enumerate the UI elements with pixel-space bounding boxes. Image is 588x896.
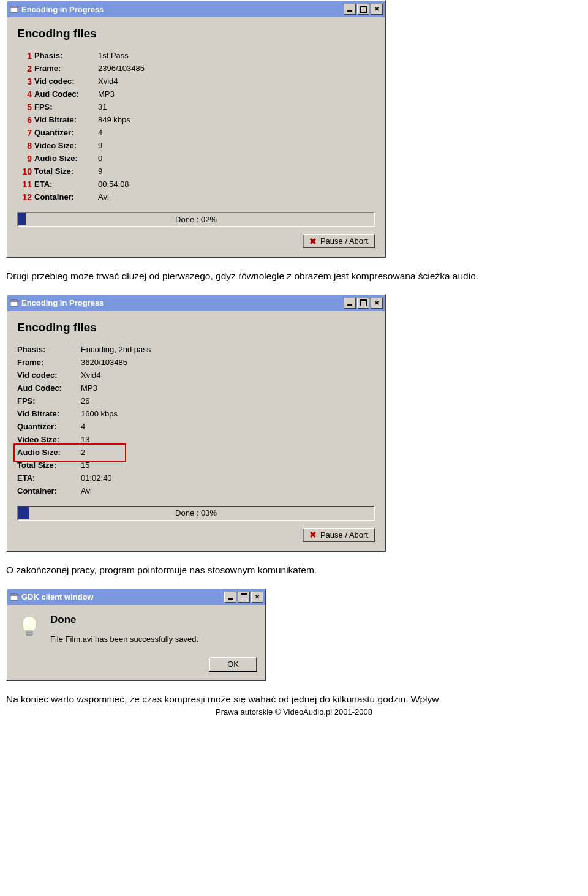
close-button[interactable]: ✕ — [371, 4, 383, 15]
row-label: Vid Bitrate: — [17, 409, 81, 418]
svg-rect-8 — [26, 631, 32, 636]
status-row: 11ETA:00:54:08 — [17, 178, 375, 190]
row-value: Encoding, 2nd pass — [81, 345, 151, 354]
status-row: Audio Size:2 — [17, 446, 375, 459]
row-label: Phasis: — [17, 345, 81, 354]
dialog-heading: Encoding files — [17, 321, 375, 334]
row-value: MP3 — [98, 89, 115, 99]
lightbulb-icon — [16, 614, 43, 641]
status-row: 6Vid Bitrate:849 kbps — [17, 113, 375, 126]
row-value: Xvid4 — [81, 371, 101, 380]
status-row: Aud Codec:MP3 — [17, 382, 375, 394]
minimize-button[interactable] — [344, 4, 356, 15]
row-value: 00:54:08 — [98, 179, 129, 189]
row-value: 9 — [98, 141, 102, 150]
row-value: 3620/103485 — [81, 358, 127, 367]
row-value: Xvid4 — [98, 77, 118, 86]
progress-text: Done : 02% — [18, 213, 374, 226]
status-row: 10Total Size:9 — [17, 165, 375, 178]
status-row: 8Video Size:9 — [17, 139, 375, 152]
paragraph-1: Drugi przebieg może trwać dłużej od pier… — [6, 270, 570, 283]
cancel-icon: ✖ — [309, 530, 317, 539]
svg-point-6 — [22, 616, 37, 632]
status-row: 12Container:Avi — [17, 190, 375, 203]
row-value: 13 — [81, 435, 89, 444]
row-label: Video Size: — [34, 141, 98, 150]
svg-point-7 — [24, 619, 29, 625]
done-dialog: GDK client window ✕ Done File Film.avi h — [6, 588, 266, 681]
app-icon — [9, 298, 19, 308]
row-label: FPS: — [34, 102, 98, 111]
row-number: 5 — [17, 102, 34, 112]
row-label: Total Size: — [17, 461, 81, 470]
row-value: 0 — [98, 154, 102, 163]
status-row: 4Aud Codec:MP3 — [17, 88, 375, 100]
row-number: 8 — [17, 141, 34, 151]
row-label: ETA: — [17, 473, 81, 483]
minimize-button[interactable] — [224, 592, 236, 603]
row-label: Quantizer: — [17, 422, 81, 431]
status-row: 1Phasis:1st Pass — [17, 49, 375, 62]
status-row: ETA:01:02:40 — [17, 472, 375, 484]
row-label: Frame: — [34, 64, 98, 73]
row-label: Frame: — [17, 358, 81, 367]
row-label: Total Size: — [34, 167, 98, 176]
status-row: Container:Avi — [17, 484, 375, 497]
row-number: 12 — [17, 192, 34, 202]
row-label: Vid Bitrate: — [34, 115, 98, 124]
minimize-button[interactable] — [344, 298, 356, 309]
row-value: MP3 — [81, 383, 97, 393]
svg-rect-3 — [10, 300, 18, 302]
window-title: Encoding in Progress — [21, 5, 344, 14]
maximize-button[interactable] — [357, 298, 369, 309]
encoding-window-1: Encoding in Progress ✕ Encoding files 1P… — [6, 0, 386, 258]
done-heading: Done — [50, 614, 257, 626]
status-row: Vid codec:Xvid4 — [17, 369, 375, 382]
paragraph-2: O zakończonej pracy, program poinformuje… — [6, 564, 570, 577]
maximize-button[interactable] — [238, 592, 250, 603]
row-number: 7 — [17, 128, 34, 138]
app-icon — [9, 4, 19, 14]
done-message: File Film.avi has been successfully save… — [50, 634, 257, 644]
progress-text: Done : 03% — [18, 506, 374, 520]
close-button[interactable]: ✕ — [371, 298, 383, 309]
titlebar[interactable]: Encoding in Progress ✕ — [7, 1, 385, 17]
window-title: GDK client window — [21, 592, 224, 601]
status-row: 3Vid codec:Xvid4 — [17, 75, 375, 88]
pause-abort-button[interactable]: ✖ Pause / Abort — [303, 234, 375, 248]
app-icon — [9, 592, 19, 602]
row-number: 10 — [17, 167, 34, 176]
row-number: 4 — [17, 89, 34, 99]
row-value: 01:02:40 — [81, 473, 112, 483]
row-value: 1600 kbps — [81, 409, 118, 418]
row-label: Aud Codec: — [34, 89, 98, 99]
window-title: Encoding in Progress — [21, 298, 344, 307]
copyright-footer: Prawa autorskie © VideoAudio.pl 2001-200… — [6, 707, 582, 717]
row-number: 2 — [17, 64, 34, 73]
ok-button[interactable]: OK — [209, 657, 257, 671]
status-row: Total Size:15 — [17, 459, 375, 472]
row-label: FPS: — [17, 396, 81, 405]
row-label: Quantizer: — [34, 128, 98, 137]
row-value: 2 — [81, 448, 85, 457]
status-row: 5FPS:31 — [17, 100, 375, 113]
cancel-icon: ✖ — [309, 237, 317, 246]
svg-rect-1 — [10, 6, 18, 8]
row-label: Container: — [17, 486, 81, 495]
row-value: Avi — [98, 192, 109, 201]
row-value: 2396/103485 — [98, 64, 145, 73]
row-label: Audio Size: — [34, 154, 98, 163]
svg-rect-5 — [10, 594, 18, 596]
titlebar[interactable]: Encoding in Progress ✕ — [7, 295, 385, 311]
status-row: Frame:3620/103485 — [17, 356, 375, 369]
pause-abort-label: Pause / Abort — [320, 530, 368, 540]
status-row: Video Size:13 — [17, 433, 375, 446]
maximize-button[interactable] — [357, 4, 369, 15]
row-label: Vid codec: — [17, 371, 81, 380]
titlebar[interactable]: GDK client window ✕ — [7, 589, 265, 605]
pause-abort-button[interactable]: ✖ Pause / Abort — [303, 528, 375, 542]
close-button[interactable]: ✕ — [251, 592, 263, 603]
row-label: Aud Codec: — [17, 383, 81, 393]
row-value: 4 — [98, 128, 102, 137]
row-value: Avi — [81, 486, 92, 495]
